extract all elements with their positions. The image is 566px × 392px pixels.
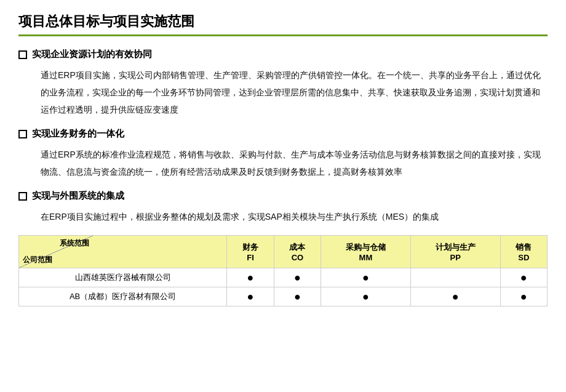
checkbox-icon bbox=[18, 50, 27, 59]
section-header: 实现业务财务的一体化 bbox=[18, 128, 548, 140]
cell-0-0: ● bbox=[227, 268, 274, 287]
table-row: 山西雄英医疗器械有限公司●●●● bbox=[19, 268, 548, 287]
corner-cell: 系统范围 公司范围 bbox=[19, 236, 227, 268]
cell-1-3: ● bbox=[410, 287, 500, 306]
company-name-0: 山西雄英医疗器械有限公司 bbox=[19, 268, 227, 287]
cell-0-2: ● bbox=[321, 268, 411, 287]
company-name-1: AB（成都）医疗器材有限公司 bbox=[19, 287, 227, 306]
col-header-4: 销售SD bbox=[500, 236, 547, 268]
dot-icon: ● bbox=[452, 290, 459, 303]
section-section1: 实现企业资源计划的有效协同 通过ERP项目实施，实现公司内部销售管理、生产管理、… bbox=[18, 49, 548, 118]
table-row: AB（成都）医疗器材有限公司●●●●● bbox=[19, 287, 548, 306]
dot-icon: ● bbox=[520, 271, 527, 284]
section-title: 实现与外围系统的集成 bbox=[32, 190, 124, 202]
col-header-0: 财务FI bbox=[227, 236, 274, 268]
col-header-1: 成本CO bbox=[274, 236, 321, 268]
dot-icon: ● bbox=[362, 271, 369, 284]
cell-1-2: ● bbox=[321, 287, 411, 306]
section-title: 实现业务财务的一体化 bbox=[32, 128, 124, 140]
cell-1-4: ● bbox=[500, 287, 547, 306]
checkbox-icon bbox=[18, 192, 27, 201]
section-content: 通过ERP项目实施，实现公司内部销售管理、生产管理、采购管理的产供销管控一体化。… bbox=[41, 66, 548, 118]
section-title: 实现企业资源计划的有效协同 bbox=[32, 49, 152, 60]
dot-icon: ● bbox=[247, 290, 254, 303]
corner-top-label: 系统范围 bbox=[60, 238, 89, 249]
page-title: 项目总体目标与项目实施范围 bbox=[18, 12, 548, 36]
section-content: 通过ERP系统的标准作业流程规范，将销售与收款、采购与付款、生产与成本等业务活动… bbox=[41, 146, 548, 180]
dot-icon: ● bbox=[294, 290, 301, 303]
corner-bottom-label: 公司范围 bbox=[23, 255, 52, 265]
dot-icon: ● bbox=[294, 271, 301, 284]
scope-table: 系统范围 公司范围 财务FI成本CO采购与仓储MM计划与生产PP销售SD 山西雄… bbox=[18, 235, 548, 306]
section-content: 在ERP项目实施过程中，根据业务整体的规划及需求，实现SAP相关模块与生产执行系… bbox=[41, 208, 548, 225]
checkbox-icon bbox=[18, 130, 27, 138]
cell-0-4: ● bbox=[500, 268, 547, 287]
col-header-2: 采购与仓储MM bbox=[321, 236, 411, 268]
dot-icon: ● bbox=[247, 271, 254, 284]
dot-icon: ● bbox=[520, 290, 527, 303]
section-header: 实现与外围系统的集成 bbox=[18, 190, 548, 202]
cell-0-1: ● bbox=[274, 268, 321, 287]
cell-1-0: ● bbox=[227, 287, 274, 306]
section-section3: 实现与外围系统的集成 在ERP项目实施过程中，根据业务整体的规划及需求，实现SA… bbox=[18, 190, 548, 225]
section-header: 实现企业资源计划的有效协同 bbox=[18, 49, 548, 60]
cell-0-3 bbox=[410, 268, 500, 287]
cell-1-1: ● bbox=[274, 287, 321, 306]
dot-icon: ● bbox=[362, 290, 369, 303]
section-section2: 实现业务财务的一体化 通过ERP系统的标准作业流程规范，将销售与收款、采购与付款… bbox=[18, 128, 548, 180]
col-header-3: 计划与生产PP bbox=[410, 236, 500, 268]
